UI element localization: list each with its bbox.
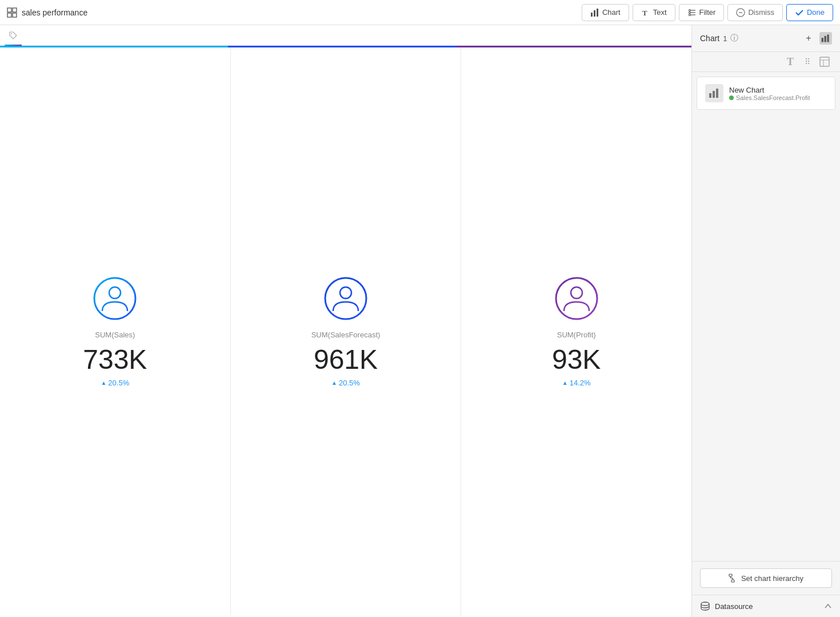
datasource-icon bbox=[700, 601, 710, 611]
panel-header: Chart 1 ⓘ + bbox=[692, 25, 840, 52]
toolbar-left: sales performance bbox=[7, 7, 87, 18]
svg-point-22 bbox=[571, 287, 582, 298]
svg-rect-23 bbox=[822, 38, 823, 42]
app-title: sales performance bbox=[22, 8, 87, 17]
svg-point-20 bbox=[340, 287, 351, 298]
datasource-label: Datasource bbox=[715, 602, 753, 611]
svg-rect-25 bbox=[827, 34, 829, 42]
grid-icon bbox=[7, 7, 17, 18]
panel-footer: Set chart hierarchy bbox=[692, 561, 840, 595]
grid-dots-icon[interactable]: ⠿ bbox=[800, 54, 815, 69]
svg-text:T: T bbox=[642, 9, 647, 17]
filter-button[interactable]: Filter bbox=[679, 4, 725, 21]
kpi-label-sales: SUM(Sales) bbox=[95, 331, 135, 339]
datasource-section[interactable]: Datasource bbox=[692, 595, 840, 617]
svg-rect-30 bbox=[713, 91, 715, 98]
svg-point-37 bbox=[701, 602, 709, 606]
tab-sheet1[interactable] bbox=[5, 25, 22, 46]
svg-rect-32 bbox=[729, 574, 732, 576]
add-chart-button[interactable]: + bbox=[801, 31, 816, 46]
chart-item-sub: Sales.SalesForecast.Profit bbox=[729, 94, 827, 101]
person-icon-sales bbox=[92, 276, 138, 321]
kpi-change-profit: ▲ 14.2% bbox=[562, 379, 591, 387]
svg-point-16 bbox=[11, 33, 12, 34]
kpi-change-sales: ▲ 20.5% bbox=[101, 379, 129, 387]
chart-item-new[interactable]: New Chart Sales.SalesForecast.Profit bbox=[697, 77, 835, 110]
svg-rect-24 bbox=[825, 36, 826, 42]
svg-rect-2 bbox=[7, 13, 11, 17]
filter-icon bbox=[687, 8, 697, 17]
panel-header-left: Chart 1 ⓘ bbox=[700, 33, 738, 43]
chart-area: SUM(Sales) 733K ▲ 20.5% bbox=[0, 25, 691, 617]
chart-item-icon bbox=[705, 84, 723, 102]
top-toolbar: sales performance Chart T Text bbox=[0, 0, 840, 25]
svg-rect-3 bbox=[13, 13, 17, 17]
right-panel: Chart 1 ⓘ + T ⠿ bbox=[691, 25, 840, 617]
table-icon[interactable] bbox=[817, 54, 832, 69]
person-icon-forecast bbox=[323, 276, 369, 321]
tab-bar bbox=[0, 25, 691, 46]
kpi-label-forecast: SUM(SalesForecast) bbox=[311, 331, 381, 339]
chart-button[interactable]: Chart bbox=[582, 4, 629, 21]
checkmark-icon bbox=[795, 8, 804, 17]
svg-rect-31 bbox=[716, 89, 718, 98]
datasource-left: Datasource bbox=[700, 601, 753, 611]
arrow-icon-sales: ▲ bbox=[101, 380, 106, 386]
svg-rect-33 bbox=[731, 580, 734, 582]
panel-title: Chart bbox=[700, 34, 719, 43]
arrow-icon-profit: ▲ bbox=[562, 380, 568, 386]
hierarchy-icon bbox=[729, 574, 738, 583]
kpi-label-profit: SUM(Profit) bbox=[557, 331, 596, 339]
done-button[interactable]: Done bbox=[786, 4, 833, 21]
panel-header-right: + bbox=[801, 31, 832, 46]
kpi-container: SUM(Sales) 733K ▲ 20.5% bbox=[0, 47, 691, 615]
svg-rect-0 bbox=[7, 8, 11, 12]
panel-content: New Chart Sales.SalesForecast.Profit bbox=[692, 72, 840, 561]
chevron-up-icon bbox=[824, 602, 832, 610]
chart-item-info: New Chart Sales.SalesForecast.Profit bbox=[729, 86, 827, 101]
dismiss-icon bbox=[736, 8, 745, 17]
panel-count: 1 bbox=[723, 34, 727, 43]
info-icon[interactable]: ⓘ bbox=[730, 33, 738, 43]
svg-rect-26 bbox=[820, 57, 829, 66]
kpi-card-sales: SUM(Sales) 733K ▲ 20.5% bbox=[0, 47, 231, 615]
svg-rect-1 bbox=[13, 8, 17, 12]
kpi-value-forecast: 961K bbox=[314, 344, 378, 375]
set-chart-hierarchy-button[interactable]: Set chart hierarchy bbox=[700, 568, 832, 588]
person-icon-profit bbox=[554, 276, 599, 321]
kpi-value-sales: 733K bbox=[83, 344, 147, 375]
svg-rect-6 bbox=[597, 9, 598, 17]
svg-point-18 bbox=[109, 287, 121, 298]
svg-point-10 bbox=[689, 14, 690, 15]
text-button[interactable]: T Text bbox=[633, 4, 675, 21]
text-format-icon[interactable]: T bbox=[783, 54, 798, 69]
panel-icon-row: T ⠿ bbox=[692, 52, 840, 72]
arrow-icon-forecast: ▲ bbox=[331, 380, 337, 386]
text-icon: T bbox=[641, 8, 650, 17]
svg-point-9 bbox=[689, 11, 690, 13]
svg-point-8 bbox=[689, 9, 690, 11]
chart-item-title: New Chart bbox=[729, 86, 827, 94]
chart-icon bbox=[590, 8, 599, 17]
kpi-value-profit: 93K bbox=[552, 344, 601, 375]
bar-chart-icon[interactable] bbox=[819, 32, 832, 45]
toolbar-right: Chart T Text Filter Dismiss bbox=[582, 4, 833, 21]
status-dot bbox=[729, 95, 734, 100]
kpi-card-profit: SUM(Profit) 93K ▲ 14.2% bbox=[461, 47, 691, 615]
kpi-change-forecast: ▲ 20.5% bbox=[331, 379, 360, 387]
svg-rect-4 bbox=[591, 13, 593, 17]
dismiss-button[interactable]: Dismiss bbox=[727, 4, 783, 21]
svg-rect-29 bbox=[709, 93, 711, 98]
main-layout: SUM(Sales) 733K ▲ 20.5% bbox=[0, 25, 840, 617]
svg-rect-5 bbox=[594, 10, 595, 17]
kpi-card-forecast: SUM(SalesForecast) 961K ▲ 20.5% bbox=[231, 47, 462, 615]
tag-icon bbox=[9, 31, 17, 39]
